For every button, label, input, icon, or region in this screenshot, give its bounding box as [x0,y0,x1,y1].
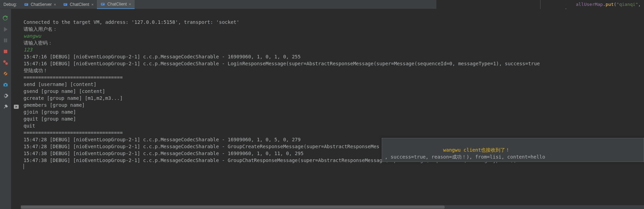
app-icon [100,2,105,7]
console-line: ================================== [24,75,123,80]
svg-rect-8 [102,4,103,4]
close-icon[interactable]: × [91,2,93,7]
debug-label: Debug: [0,2,20,7]
tab-label: ChatClient [70,2,89,7]
console-line: 请输入密码： [24,40,53,46]
tooltip-body: , success=true, reason=成功！), from=lisi, … [385,154,545,160]
console-line: quit [24,123,35,129]
console-line: 15:47:38 [DEBUG] [nioEventLoopGroup-2-1]… [24,151,303,156]
console-line: gmembers [group name] [24,102,85,108]
debugger-gutter [0,9,11,209]
svg-point-19 [5,84,6,86]
svg-rect-1 [25,4,27,4]
svg-rect-12 [4,50,7,53]
run-tab-chatserver[interactable]: ChatServer × [20,0,60,9]
run-tab-chatclient-1[interactable]: ChatClient × [60,0,97,9]
horizontal-scrollbar[interactable] [21,205,644,209]
code-var: allUserMap [576,2,603,7]
close-icon[interactable]: × [129,2,131,6]
text-caret [24,164,24,169]
app-icon [63,2,68,7]
pause-icon[interactable] [2,37,9,44]
stop-icon[interactable] [2,48,9,55]
svg-rect-18 [4,83,7,84]
debug-tab-bar: Debug: ChatServer × ChatClient × ChatCli… [0,0,436,9]
console-icon [14,105,19,109]
annotation-text: wangwu client也接收到了！ [385,146,641,153]
console-line: wangwu [24,33,41,39]
svg-point-14 [6,63,8,65]
console-line: 15:47:28 [DEBUG] [nioEventLoopGroup-2-1]… [24,144,379,149]
pin-icon[interactable] [2,104,9,110]
svg-rect-5 [64,4,65,5]
annotation-tooltip: wangwu client也接收到了！, success=true, reaso… [382,138,644,162]
console-line: 请输入用户名： [24,26,57,32]
console-line: 15:47:16 [DEBUG] [nioEventLoopGroup-2-1]… [24,61,540,66]
app-icon [24,2,29,7]
console-output-wrap: Connected to the target VM, address: '12… [21,17,644,209]
console-line: Connected to the target VM, address: '12… [24,19,239,25]
tab-label: ChatServer [31,2,52,7]
camera-icon[interactable] [2,82,9,88]
code-comma: , [638,2,644,7]
svg-rect-7 [102,3,104,4]
rerun-icon[interactable] [2,15,9,21]
resume-icon[interactable] [2,26,9,32]
console-line: gsend [group name] [content] [24,88,105,94]
console-line: send [username] [content] [24,82,97,87]
svg-rect-2 [25,4,26,5]
console-line: 123 [24,47,32,53]
svg-rect-4 [64,4,66,4]
svg-marker-9 [4,27,7,31]
console-line: ================================== [24,130,123,135]
svg-point-13 [3,60,6,63]
work-area: Debugger Console Connected to the target… [11,9,644,209]
scrollbar-thumb[interactable] [21,206,445,209]
run-tab-chatclient-2[interactable]: ChatClient × [97,0,134,9]
console-line: gcreate [group name] [m1,m2,m3...] [24,95,123,101]
console-line: 15:47:28 [DEBUG] [nioEventLoopGroup-2-1]… [24,137,301,142]
console-line: gquit [group name] [24,116,76,122]
code-fn: put [606,2,614,7]
console-output[interactable]: Connected to the target VM, address: '12… [21,17,644,209]
debug-toolbar: Debugger Console [11,9,437,17]
code-dot: . [603,2,606,7]
console-line: gjoin [group name] [24,109,76,115]
console-line: 15:47:16 [DEBUG] [nioEventLoopGroup-2-1]… [24,54,301,59]
tab-label: ChatClient [107,2,127,7]
settings-icon[interactable] [2,93,9,99]
view-breakpoints-icon[interactable] [2,59,9,66]
close-icon[interactable]: × [54,2,56,7]
console-line: 登陆成功！ [24,68,48,73]
code-string: "qianqi" [616,2,638,7]
svg-rect-10 [4,39,5,42]
svg-rect-11 [6,39,7,42]
mute-breakpoints-icon[interactable] [2,70,9,77]
